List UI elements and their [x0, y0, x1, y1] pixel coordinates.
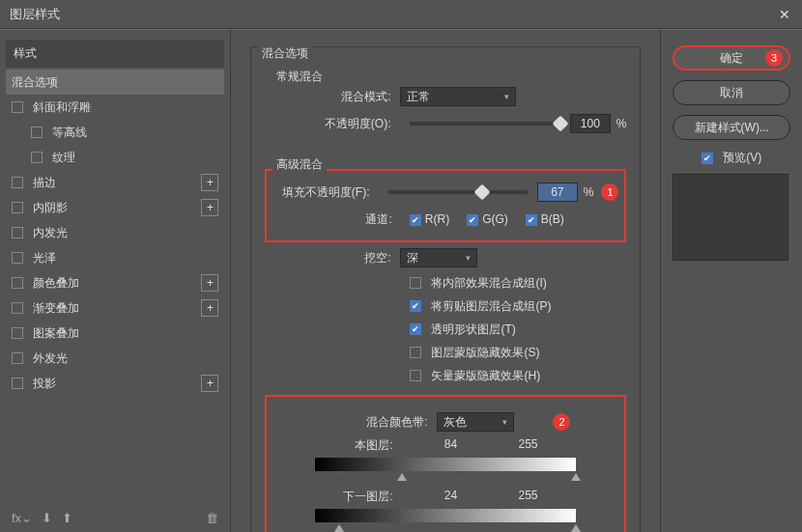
- preview-swatch: [673, 174, 788, 261]
- add-effect-icon[interactable]: +: [201, 174, 218, 191]
- channel-g-checkbox[interactable]: [467, 214, 478, 226]
- add-effect-icon[interactable]: +: [201, 274, 218, 292]
- close-icon[interactable]: ✕: [777, 7, 792, 22]
- style-label: 描边: [33, 175, 201, 191]
- titlebar: 图层样式 ✕: [0, 0, 802, 29]
- option-label: 将剪贴图层混合成组(P): [431, 298, 551, 315]
- style-item[interactable]: 渐变叠加+: [6, 295, 224, 321]
- knockout-label: 挖空:: [265, 250, 400, 266]
- style-item[interactable]: 描边+: [6, 170, 224, 195]
- style-checkbox[interactable]: [12, 302, 23, 314]
- option-label: 矢量蒙版隐藏效果(H): [431, 368, 540, 384]
- blend-mode-label: 混合模式:: [265, 89, 400, 105]
- cancel-button[interactable]: 取消: [673, 80, 790, 105]
- style-list: 混合选项斜面和浮雕等高线纹理描边+内阴影+内发光光泽颜色叠加+渐变叠加+图案叠加…: [6, 70, 224, 503]
- style-checkbox[interactable]: [12, 101, 23, 113]
- style-item[interactable]: 颜色叠加+: [6, 270, 224, 295]
- style-item[interactable]: 纹理: [6, 145, 224, 170]
- style-label: 混合选项: [12, 74, 218, 91]
- advanced-blend-title: 高级混合: [272, 156, 327, 173]
- style-label: 图案叠加: [33, 325, 218, 342]
- style-checkbox[interactable]: [12, 202, 23, 213]
- style-label: 内阴影: [33, 200, 201, 216]
- channel-r-checkbox[interactable]: [410, 214, 421, 226]
- style-item[interactable]: 等高线: [6, 120, 224, 145]
- style-item[interactable]: 光泽: [6, 245, 224, 270]
- add-effect-icon[interactable]: +: [201, 199, 218, 216]
- style-item[interactable]: 内发光: [6, 220, 224, 245]
- new-style-button[interactable]: 新建样式(W)...: [673, 115, 790, 140]
- style-checkbox[interactable]: [31, 126, 43, 138]
- option-checkbox[interactable]: [410, 347, 421, 358]
- style-item[interactable]: 斜面和浮雕: [6, 95, 224, 120]
- add-effect-icon[interactable]: +: [201, 299, 218, 317]
- this-layer-low: 84: [412, 437, 489, 454]
- fill-opacity-slider[interactable]: [388, 190, 527, 194]
- style-checkbox[interactable]: [12, 227, 23, 238]
- callout-2: 2: [553, 413, 570, 431]
- chevron-down-icon: ▾: [502, 417, 507, 427]
- option-label: 将内部效果混合成组(I): [431, 275, 546, 292]
- style-checkbox[interactable]: [12, 177, 23, 188]
- under-layer-high: 255: [489, 489, 566, 505]
- style-checkbox[interactable]: [31, 152, 43, 163]
- trash-icon[interactable]: 🗑: [206, 511, 218, 525]
- ok-button[interactable]: 确定 3: [673, 45, 790, 70]
- opacity-input[interactable]: 100: [570, 114, 611, 133]
- under-layer-low: 24: [412, 489, 489, 505]
- style-item[interactable]: 图案叠加: [6, 321, 224, 346]
- arrow-down-icon[interactable]: ⬇: [42, 511, 52, 525]
- style-label: 外发光: [33, 350, 218, 367]
- this-layer-gradient[interactable]: [315, 458, 576, 471]
- blendif-select[interactable]: 灰色▾: [437, 412, 514, 432]
- option-checkbox[interactable]: [410, 277, 421, 289]
- this-layer-label: 本图层:: [315, 437, 412, 454]
- style-label: 投影: [33, 376, 201, 392]
- style-checkbox[interactable]: [12, 252, 23, 264]
- arrow-up-icon[interactable]: ⬆: [62, 511, 72, 525]
- fx-icon[interactable]: fx⌄: [12, 511, 32, 525]
- style-checkbox[interactable]: [12, 352, 23, 364]
- option-checkbox[interactable]: [410, 300, 421, 312]
- channel-b-checkbox[interactable]: [526, 214, 537, 226]
- chevron-down-icon: ▾: [504, 92, 509, 101]
- section-title: 混合选项: [258, 45, 312, 62]
- style-label: 纹理: [52, 150, 218, 166]
- opacity-slider[interactable]: [410, 122, 559, 126]
- this-layer-high: 255: [489, 437, 566, 454]
- option-label: 透明形状图层(T): [431, 322, 515, 338]
- style-item[interactable]: 内阴影+: [6, 195, 224, 220]
- style-item[interactable]: 混合选项: [6, 70, 224, 95]
- under-layer-label: 下一图层:: [315, 489, 412, 505]
- style-item[interactable]: 投影+: [6, 371, 224, 396]
- highlight-box-2: 混合颜色带: 灰色▾ 2 本图层: 84 255 下一图层: 24: [265, 395, 626, 532]
- styles-header: 样式: [6, 40, 224, 68]
- styles-footer: fx⌄ ⬇ ⬆ 🗑: [6, 503, 224, 532]
- dialog-title: 图层样式: [10, 6, 777, 23]
- normal-blend-title: 常规混合: [272, 69, 327, 85]
- option-checkbox[interactable]: [410, 323, 421, 335]
- blendif-label: 混合颜色带:: [321, 414, 437, 431]
- add-effect-icon[interactable]: +: [201, 375, 218, 392]
- options-panel: 混合选项 常规混合 混合模式: 正常▾ 不透明度(O): 100 % 高级混合: [231, 30, 660, 532]
- style-checkbox[interactable]: [12, 277, 23, 289]
- actions-panel: 确定 3 取消 新建样式(W)... 预览(V): [660, 30, 802, 532]
- style-item[interactable]: 外发光: [6, 346, 224, 371]
- option-checkbox[interactable]: [410, 370, 421, 381]
- option-label: 图层蒙版隐藏效果(S): [431, 345, 539, 361]
- callout-1: 1: [601, 183, 618, 201]
- under-layer-gradient[interactable]: [315, 509, 576, 522]
- style-label: 等高线: [52, 125, 218, 141]
- style-checkbox[interactable]: [12, 327, 23, 339]
- knockout-select[interactable]: 深▾: [400, 248, 477, 267]
- style-label: 光泽: [33, 250, 218, 266]
- preview-checkbox[interactable]: [702, 153, 713, 164]
- styles-panel: 样式 混合选项斜面和浮雕等高线纹理描边+内阴影+内发光光泽颜色叠加+渐变叠加+图…: [0, 30, 231, 532]
- blend-mode-select[interactable]: 正常▾: [400, 87, 516, 106]
- highlight-box-1: 填充不透明度(F): 67 % 1 通道: R(R) G(G) B(B): [265, 169, 626, 242]
- fill-opacity-input[interactable]: 67: [537, 182, 578, 202]
- style-label: 斜面和浮雕: [33, 99, 218, 116]
- opacity-label: 不透明度(O):: [265, 116, 400, 132]
- style-checkbox[interactable]: [12, 378, 23, 389]
- preview-toggle[interactable]: 预览(V): [673, 150, 790, 166]
